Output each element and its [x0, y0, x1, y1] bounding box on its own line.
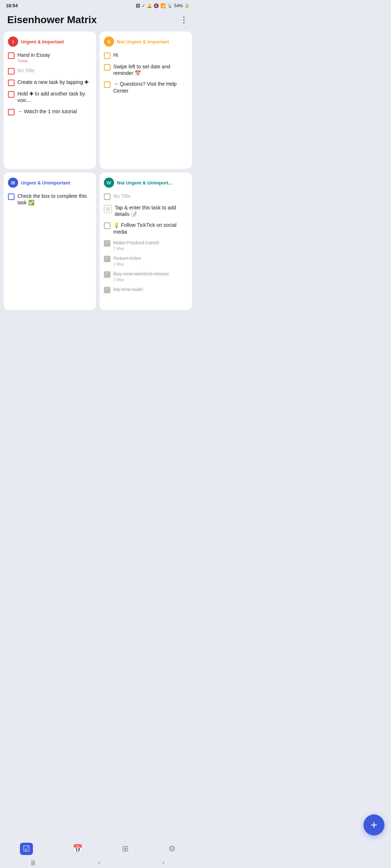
task-text: Hold ✚ to add another task by voic…: [17, 90, 92, 103]
q1-badge: I: [8, 37, 18, 47]
task-checkbox[interactable]: [8, 193, 14, 200]
photo-icon: 🖼: [136, 3, 140, 8]
task-text: Create a new task by tapping ✚: [17, 79, 92, 85]
list-item[interactable]: Tap & enter this task to add details 📝: [104, 204, 188, 217]
list-item[interactable]: Create a new task by tapping ✚: [8, 79, 92, 86]
signal-icon: 📡: [167, 3, 173, 8]
task-date: 1 May: [113, 246, 188, 251]
task-text: Buy new wireless mouse: [113, 271, 188, 277]
task-checkbox[interactable]: [8, 80, 14, 86]
status-bar: 18:54 🖼 ✓ 🔔 🔇 📶 📡 54% 🔋: [0, 0, 196, 10]
task-text: Return letter: [113, 255, 188, 261]
list-item[interactable]: → Watch the 1 min tutorial: [8, 108, 92, 115]
task-checkbox[interactable]: [8, 52, 14, 59]
matrix-grid: I Urgent & Important Hand in Essay Today…: [0, 31, 196, 314]
q2-title: Not Urgent & Important: [117, 39, 169, 44]
alarm-icon: 🔔: [147, 3, 152, 8]
task-checkbox[interactable]: [104, 271, 110, 278]
task-text: → Watch the 1 min tutorial: [17, 108, 92, 115]
q4-badge: IV: [104, 178, 114, 188]
q3-title: Urgent & Unimportant: [21, 180, 70, 186]
list-item[interactable]: Hand in Essay Today: [8, 52, 92, 63]
list-item[interactable]: No Title: [104, 193, 188, 200]
battery-icon: 🔋: [184, 3, 190, 8]
task-text: → Questions? Visit the Help Center: [113, 81, 188, 94]
task-date: Today: [17, 59, 92, 63]
page-title: Eisenhower Matrix: [7, 14, 97, 26]
q1-header: I Urgent & Important: [8, 37, 92, 47]
q4-title: Not Urgent & Unimport…: [117, 180, 173, 186]
list-item[interactable]: → Questions? Visit the Help Center: [104, 81, 188, 94]
mute-icon: 🔇: [154, 3, 159, 8]
status-icons: 🖼 ✓ 🔔 🔇 📶 📡 54% 🔋: [136, 3, 190, 8]
list-item[interactable]: My new task!: [104, 286, 188, 293]
list-item[interactable]: Hi: [104, 52, 188, 59]
task-checkbox[interactable]: [8, 91, 14, 98]
quadrant-urgent-unimportant: III Urgent & Unimportant Check the box t…: [4, 173, 96, 310]
battery-label: 54%: [174, 3, 183, 8]
task-checkbox[interactable]: [8, 109, 14, 115]
list-item[interactable]: Buy new wireless mouse 1 May: [104, 271, 188, 282]
task-checkbox[interactable]: [104, 222, 110, 229]
task-checkbox[interactable]: [104, 64, 110, 71]
task-checkbox[interactable]: [8, 68, 14, 75]
task-date: 1 May: [113, 277, 188, 282]
task-detail-icon: [104, 205, 112, 213]
task-text: Hi: [113, 52, 188, 58]
task-text: 💡 Follow TickTick on social media: [113, 222, 188, 235]
task-text: Hand in Essay: [17, 52, 92, 58]
q4-header: IV Not Urgent & Unimport…: [104, 178, 188, 188]
list-item[interactable]: Make Packed Lunch 1 May: [104, 239, 188, 251]
task-text: Swipe left to set date and reminder 📅: [113, 63, 188, 76]
task-checkbox[interactable]: [104, 287, 110, 293]
menu-button[interactable]: ⋮: [180, 15, 188, 25]
task-text: No Title: [17, 67, 92, 74]
list-item[interactable]: Check the box to complete this task ✅: [8, 193, 92, 206]
list-item[interactable]: 💡 Follow TickTick on social media: [104, 222, 188, 235]
task-checkbox[interactable]: [104, 81, 110, 88]
list-item[interactable]: Hold ✚ to add another task by voic…: [8, 90, 92, 103]
q3-badge: III: [8, 178, 18, 188]
task-date: 1 May: [113, 262, 188, 266]
task-text: No Title: [113, 193, 188, 199]
wifi-icon: 📶: [160, 3, 166, 8]
list-item[interactable]: Return letter 1 May: [104, 255, 188, 266]
task-checkbox[interactable]: [104, 240, 110, 247]
q2-badge: II: [104, 37, 114, 47]
task-text: Make Packed Lunch: [113, 239, 188, 246]
quadrant-urgent-important: I Urgent & Important Hand in Essay Today…: [4, 31, 96, 169]
task-text: Tap & enter this task to add details 📝: [115, 204, 188, 217]
app-header: Eisenhower Matrix ⋮: [0, 10, 196, 31]
quadrant-not-urgent-unimportant: IV Not Urgent & Unimport… No Title Tap &…: [100, 173, 192, 310]
task-text: My new task!: [113, 286, 188, 293]
task-checkbox[interactable]: [104, 193, 110, 200]
task-checkbox[interactable]: [104, 256, 110, 262]
task-checkbox[interactable]: [104, 52, 110, 59]
status-time: 18:54: [6, 3, 18, 8]
q1-title: Urgent & Important: [21, 39, 64, 44]
q2-header: II Not Urgent & Important: [104, 37, 188, 47]
list-item[interactable]: No Title: [8, 67, 92, 75]
quadrant-not-urgent-important: II Not Urgent & Important Hi Swipe left …: [100, 31, 192, 169]
q3-header: III Urgent & Unimportant: [8, 178, 92, 188]
list-item[interactable]: Swipe left to set date and reminder 📅: [104, 63, 188, 76]
check-icon: ✓: [142, 3, 145, 8]
task-text: Check the box to complete this task ✅: [17, 193, 92, 206]
